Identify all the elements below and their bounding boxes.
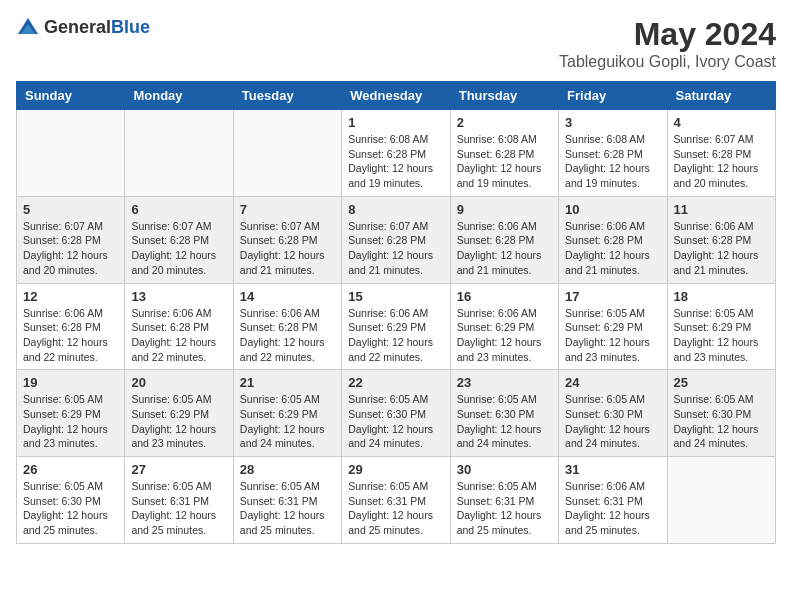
calendar-day-cell bbox=[17, 110, 125, 197]
calendar-day-cell: 19Sunrise: 6:05 AMSunset: 6:29 PMDayligh… bbox=[17, 370, 125, 457]
main-title: May 2024 bbox=[559, 16, 776, 53]
calendar-day-cell: 4Sunrise: 6:07 AMSunset: 6:28 PMDaylight… bbox=[667, 110, 775, 197]
calendar-day-cell bbox=[233, 110, 341, 197]
day-number: 17 bbox=[565, 289, 660, 304]
calendar-day-cell: 5Sunrise: 6:07 AMSunset: 6:28 PMDaylight… bbox=[17, 196, 125, 283]
calendar-day-cell: 15Sunrise: 6:06 AMSunset: 6:29 PMDayligh… bbox=[342, 283, 450, 370]
day-info: Sunrise: 6:05 AMSunset: 6:30 PMDaylight:… bbox=[348, 392, 443, 451]
calendar-day-cell bbox=[125, 110, 233, 197]
day-info: Sunrise: 6:06 AMSunset: 6:29 PMDaylight:… bbox=[457, 306, 552, 365]
day-info: Sunrise: 6:07 AMSunset: 6:28 PMDaylight:… bbox=[674, 132, 769, 191]
calendar-day-cell: 13Sunrise: 6:06 AMSunset: 6:28 PMDayligh… bbox=[125, 283, 233, 370]
day-info: Sunrise: 6:05 AMSunset: 6:31 PMDaylight:… bbox=[240, 479, 335, 538]
calendar-day-cell: 25Sunrise: 6:05 AMSunset: 6:30 PMDayligh… bbox=[667, 370, 775, 457]
calendar-day-cell: 6Sunrise: 6:07 AMSunset: 6:28 PMDaylight… bbox=[125, 196, 233, 283]
calendar-day-cell: 3Sunrise: 6:08 AMSunset: 6:28 PMDaylight… bbox=[559, 110, 667, 197]
calendar-day-cell: 22Sunrise: 6:05 AMSunset: 6:30 PMDayligh… bbox=[342, 370, 450, 457]
calendar-day-cell: 24Sunrise: 6:05 AMSunset: 6:30 PMDayligh… bbox=[559, 370, 667, 457]
day-info: Sunrise: 6:06 AMSunset: 6:28 PMDaylight:… bbox=[674, 219, 769, 278]
day-number: 10 bbox=[565, 202, 660, 217]
col-header-friday: Friday bbox=[559, 82, 667, 110]
calendar-day-cell: 30Sunrise: 6:05 AMSunset: 6:31 PMDayligh… bbox=[450, 457, 558, 544]
day-number: 9 bbox=[457, 202, 552, 217]
day-number: 16 bbox=[457, 289, 552, 304]
day-number: 3 bbox=[565, 115, 660, 130]
day-number: 29 bbox=[348, 462, 443, 477]
day-info: Sunrise: 6:05 AMSunset: 6:29 PMDaylight:… bbox=[565, 306, 660, 365]
day-info: Sunrise: 6:08 AMSunset: 6:28 PMDaylight:… bbox=[565, 132, 660, 191]
calendar-week-row: 5Sunrise: 6:07 AMSunset: 6:28 PMDaylight… bbox=[17, 196, 776, 283]
col-header-sunday: Sunday bbox=[17, 82, 125, 110]
day-number: 11 bbox=[674, 202, 769, 217]
day-info: Sunrise: 6:05 AMSunset: 6:31 PMDaylight:… bbox=[457, 479, 552, 538]
day-info: Sunrise: 6:05 AMSunset: 6:29 PMDaylight:… bbox=[131, 392, 226, 451]
col-header-tuesday: Tuesday bbox=[233, 82, 341, 110]
day-number: 18 bbox=[674, 289, 769, 304]
calendar-day-cell: 8Sunrise: 6:07 AMSunset: 6:28 PMDaylight… bbox=[342, 196, 450, 283]
day-info: Sunrise: 6:07 AMSunset: 6:28 PMDaylight:… bbox=[240, 219, 335, 278]
calendar-day-cell: 16Sunrise: 6:06 AMSunset: 6:29 PMDayligh… bbox=[450, 283, 558, 370]
calendar-week-row: 1Sunrise: 6:08 AMSunset: 6:28 PMDaylight… bbox=[17, 110, 776, 197]
day-info: Sunrise: 6:06 AMSunset: 6:28 PMDaylight:… bbox=[23, 306, 118, 365]
day-number: 4 bbox=[674, 115, 769, 130]
calendar-day-cell: 20Sunrise: 6:05 AMSunset: 6:29 PMDayligh… bbox=[125, 370, 233, 457]
day-info: Sunrise: 6:07 AMSunset: 6:28 PMDaylight:… bbox=[131, 219, 226, 278]
calendar-table: SundayMondayTuesdayWednesdayThursdayFrid… bbox=[16, 81, 776, 544]
calendar-day-cell: 7Sunrise: 6:07 AMSunset: 6:28 PMDaylight… bbox=[233, 196, 341, 283]
calendar-header-row: SundayMondayTuesdayWednesdayThursdayFrid… bbox=[17, 82, 776, 110]
day-number: 22 bbox=[348, 375, 443, 390]
day-number: 1 bbox=[348, 115, 443, 130]
day-info: Sunrise: 6:05 AMSunset: 6:29 PMDaylight:… bbox=[240, 392, 335, 451]
day-number: 2 bbox=[457, 115, 552, 130]
day-info: Sunrise: 6:06 AMSunset: 6:29 PMDaylight:… bbox=[348, 306, 443, 365]
day-number: 19 bbox=[23, 375, 118, 390]
day-info: Sunrise: 6:05 AMSunset: 6:31 PMDaylight:… bbox=[131, 479, 226, 538]
day-number: 27 bbox=[131, 462, 226, 477]
calendar-day-cell: 27Sunrise: 6:05 AMSunset: 6:31 PMDayligh… bbox=[125, 457, 233, 544]
logo-general: GeneralBlue bbox=[44, 18, 150, 38]
calendar-day-cell: 10Sunrise: 6:06 AMSunset: 6:28 PMDayligh… bbox=[559, 196, 667, 283]
day-number: 30 bbox=[457, 462, 552, 477]
calendar-day-cell: 14Sunrise: 6:06 AMSunset: 6:28 PMDayligh… bbox=[233, 283, 341, 370]
day-number: 26 bbox=[23, 462, 118, 477]
day-number: 20 bbox=[131, 375, 226, 390]
day-info: Sunrise: 6:07 AMSunset: 6:28 PMDaylight:… bbox=[23, 219, 118, 278]
calendar-week-row: 19Sunrise: 6:05 AMSunset: 6:29 PMDayligh… bbox=[17, 370, 776, 457]
day-number: 7 bbox=[240, 202, 335, 217]
day-number: 14 bbox=[240, 289, 335, 304]
col-header-monday: Monday bbox=[125, 82, 233, 110]
col-header-thursday: Thursday bbox=[450, 82, 558, 110]
col-header-wednesday: Wednesday bbox=[342, 82, 450, 110]
title-area: May 2024 Tableguikou Gopli, Ivory Coast bbox=[559, 16, 776, 71]
day-info: Sunrise: 6:05 AMSunset: 6:29 PMDaylight:… bbox=[23, 392, 118, 451]
calendar-day-cell bbox=[667, 457, 775, 544]
day-info: Sunrise: 6:05 AMSunset: 6:30 PMDaylight:… bbox=[23, 479, 118, 538]
day-number: 15 bbox=[348, 289, 443, 304]
calendar-day-cell: 21Sunrise: 6:05 AMSunset: 6:29 PMDayligh… bbox=[233, 370, 341, 457]
day-info: Sunrise: 6:05 AMSunset: 6:30 PMDaylight:… bbox=[457, 392, 552, 451]
calendar-day-cell: 31Sunrise: 6:06 AMSunset: 6:31 PMDayligh… bbox=[559, 457, 667, 544]
calendar-day-cell: 26Sunrise: 6:05 AMSunset: 6:30 PMDayligh… bbox=[17, 457, 125, 544]
day-info: Sunrise: 6:05 AMSunset: 6:29 PMDaylight:… bbox=[674, 306, 769, 365]
day-number: 24 bbox=[565, 375, 660, 390]
day-info: Sunrise: 6:06 AMSunset: 6:31 PMDaylight:… bbox=[565, 479, 660, 538]
day-info: Sunrise: 6:06 AMSunset: 6:28 PMDaylight:… bbox=[565, 219, 660, 278]
day-number: 21 bbox=[240, 375, 335, 390]
day-number: 5 bbox=[23, 202, 118, 217]
day-info: Sunrise: 6:07 AMSunset: 6:28 PMDaylight:… bbox=[348, 219, 443, 278]
calendar-week-row: 12Sunrise: 6:06 AMSunset: 6:28 PMDayligh… bbox=[17, 283, 776, 370]
logo: GeneralBlue bbox=[16, 16, 150, 40]
day-info: Sunrise: 6:08 AMSunset: 6:28 PMDaylight:… bbox=[457, 132, 552, 191]
day-info: Sunrise: 6:08 AMSunset: 6:28 PMDaylight:… bbox=[348, 132, 443, 191]
day-number: 12 bbox=[23, 289, 118, 304]
calendar-day-cell: 11Sunrise: 6:06 AMSunset: 6:28 PMDayligh… bbox=[667, 196, 775, 283]
logo-icon bbox=[16, 16, 40, 40]
calendar-day-cell: 9Sunrise: 6:06 AMSunset: 6:28 PMDaylight… bbox=[450, 196, 558, 283]
day-number: 8 bbox=[348, 202, 443, 217]
calendar-day-cell: 23Sunrise: 6:05 AMSunset: 6:30 PMDayligh… bbox=[450, 370, 558, 457]
calendar-day-cell: 18Sunrise: 6:05 AMSunset: 6:29 PMDayligh… bbox=[667, 283, 775, 370]
calendar-day-cell: 17Sunrise: 6:05 AMSunset: 6:29 PMDayligh… bbox=[559, 283, 667, 370]
day-number: 13 bbox=[131, 289, 226, 304]
day-info: Sunrise: 6:06 AMSunset: 6:28 PMDaylight:… bbox=[131, 306, 226, 365]
day-info: Sunrise: 6:05 AMSunset: 6:30 PMDaylight:… bbox=[565, 392, 660, 451]
